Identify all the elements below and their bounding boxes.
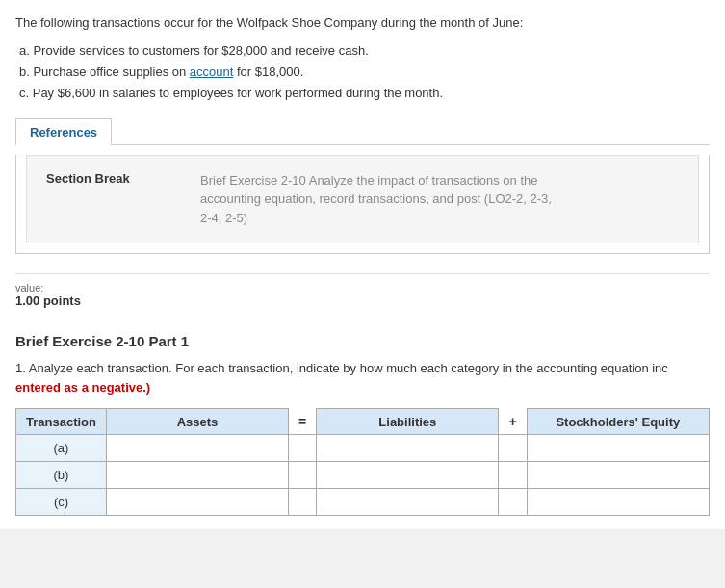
- row-c-plus: [499, 488, 527, 515]
- input-c-equity[interactable]: [537, 495, 699, 509]
- input-c-assets[interactable]: [117, 495, 278, 509]
- row-c-label: (c): [16, 488, 107, 515]
- row-c-assets[interactable]: [106, 488, 288, 515]
- value-section: value: 1.00 points: [15, 273, 710, 316]
- transaction-c: c. Pay $6,600 in salaries to employees f…: [19, 83, 710, 104]
- header-assets: Assets: [106, 409, 288, 435]
- intro-paragraph: The following transactions occur for the…: [15, 13, 710, 104]
- row-c-liabilities[interactable]: [317, 488, 499, 515]
- row-b-equity[interactable]: [527, 461, 709, 488]
- input-b-assets[interactable]: [117, 468, 278, 482]
- instruction-start: 1. Analyze each transaction. For each tr…: [15, 361, 668, 375]
- input-b-equity[interactable]: [537, 468, 699, 482]
- row-b-assets[interactable]: [106, 461, 288, 488]
- row-b-label: (b): [16, 461, 107, 488]
- row-b-liabilities[interactable]: [317, 461, 499, 488]
- row-a-label: (a): [16, 434, 107, 461]
- accounting-table: Transaction Assets = Liabilities + Stock…: [15, 408, 710, 516]
- instruction-text: 1. Analyze each transaction. For each tr…: [15, 359, 710, 396]
- row-a-assets[interactable]: [106, 434, 288, 461]
- row-a-plus: [499, 434, 527, 461]
- row-b-equals: [289, 461, 317, 488]
- input-a-equity[interactable]: [537, 441, 699, 455]
- main-container: The following transactions occur for the…: [0, 0, 725, 529]
- section-break-row: Section Break Brief Exercise 2-10 Analyz…: [26, 155, 699, 244]
- references-tab[interactable]: References: [15, 118, 112, 145]
- intro-text: The following transactions occur for the…: [15, 15, 523, 30]
- tabs-container: References: [15, 117, 710, 145]
- transaction-list: a. Provide services to customers for $28…: [19, 40, 710, 104]
- header-transaction: Transaction: [16, 409, 107, 435]
- input-a-assets[interactable]: [117, 441, 278, 455]
- row-a-equity[interactable]: [527, 434, 709, 461]
- header-liabilities: Liabilities: [317, 409, 499, 435]
- transaction-a: a. Provide services to customers for $28…: [19, 40, 710, 62]
- row-b-plus: [499, 461, 527, 488]
- table-row: (c): [16, 488, 710, 515]
- value-points: 1.00 points: [15, 294, 710, 308]
- row-c-equity[interactable]: [527, 488, 709, 515]
- instruction-negative: entered as a negative.): [15, 380, 150, 395]
- input-c-liabilities[interactable]: [326, 495, 488, 509]
- section-break-label: Section Break: [46, 171, 200, 186]
- row-c-equals: [289, 488, 317, 515]
- transaction-b: b. Purchase office supplies on account f…: [19, 62, 710, 83]
- section-break-description: Brief Exercise 2-10 Analyze the impact o…: [200, 171, 566, 228]
- input-a-liabilities[interactable]: [326, 441, 488, 455]
- row-a-liabilities[interactable]: [317, 434, 499, 461]
- input-b-liabilities[interactable]: [326, 468, 488, 482]
- header-equals: =: [289, 409, 317, 435]
- row-a-equals: [289, 434, 317, 461]
- table-row: (a): [16, 434, 710, 461]
- value-label: value:: [15, 282, 710, 294]
- references-panel: Section Break Brief Exercise 2-10 Analyz…: [15, 155, 710, 255]
- table-row: (b): [16, 461, 710, 488]
- account-link[interactable]: account: [190, 64, 234, 79]
- header-plus: +: [499, 409, 527, 435]
- exercise-title: Brief Exercise 2-10 Part 1: [15, 333, 710, 349]
- header-equity: Stockholders' Equity: [527, 409, 709, 435]
